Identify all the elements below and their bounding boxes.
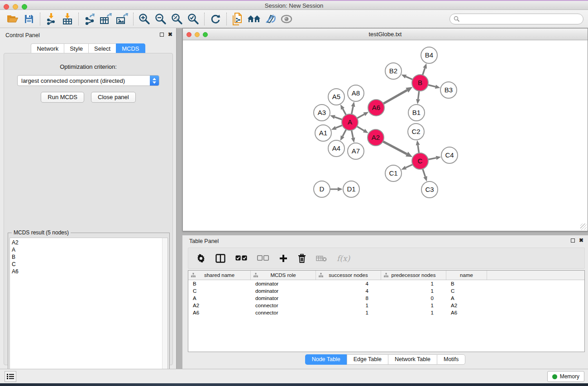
import-table-icon[interactable] [59, 12, 76, 26]
select-all-rows-icon[interactable] [235, 252, 247, 265]
zoom-in-icon[interactable] [136, 12, 153, 26]
edge-B-B3[interactable] [428, 85, 435, 86]
zoom-fit-icon[interactable] [169, 12, 185, 26]
edge-A-A6[interactable] [357, 114, 364, 118]
float-table-panel-icon[interactable] [571, 238, 575, 243]
cell-predecessor-nodes[interactable]: 1 [381, 288, 446, 294]
hide-labels-icon[interactable] [262, 12, 278, 26]
edge-A-A4[interactable] [343, 129, 346, 136]
edge-B-B2[interactable] [406, 76, 412, 80]
show-graphics-details-icon[interactable] [278, 12, 295, 26]
cell-MCDS-role[interactable]: dominator [251, 288, 316, 294]
tab-motifs[interactable]: Motifs [437, 354, 465, 365]
mcds-result-item[interactable]: A2 [10, 238, 167, 246]
network-graph[interactable]: AA1A2A3A4A5A6A7A8BB1B2B3B4CC1C2C3C4DD1 [183, 41, 587, 230]
delete-column-icon[interactable] [298, 252, 306, 265]
cell-shared-name[interactable]: C [188, 288, 251, 294]
export-image-icon[interactable] [114, 12, 130, 26]
zoom-out-icon[interactable] [153, 12, 169, 26]
cell-name[interactable]: A2 [446, 303, 487, 308]
main-titlebar[interactable]: Session: New Session [0, 1, 588, 10]
cell-name[interactable]: A [446, 295, 487, 301]
close-panel-icon[interactable]: ✖ [168, 32, 172, 37]
run-mcds-button[interactable]: Run MCDS [41, 92, 84, 103]
save-session-icon[interactable] [21, 12, 37, 26]
cell-shared-name[interactable]: B [188, 281, 251, 286]
network-view-window[interactable]: testGlobe.txt AA1A2A3A4A5A6A7A8BB1B2B3B4… [182, 28, 588, 231]
column-header-successor-nodes[interactable]: successor nodes [316, 271, 381, 280]
deselect-all-rows-icon[interactable] [257, 252, 269, 265]
cell-shared-name[interactable]: A6 [188, 310, 251, 315]
edge-C-C1[interactable] [406, 164, 412, 167]
cell-shared-name[interactable]: A [188, 295, 251, 301]
memory-button[interactable]: Memory [547, 371, 584, 382]
tab-network-table[interactable]: Network Table [388, 354, 437, 365]
cell-successor-nodes[interactable]: 4 [316, 288, 381, 294]
dropdown-stepper-icon[interactable] [150, 76, 159, 86]
cell-predecessor-nodes[interactable]: 0 [381, 295, 446, 301]
cell-name[interactable]: B [446, 281, 487, 286]
mcds-result-item[interactable]: A6 [10, 268, 167, 275]
close-table-panel-icon[interactable]: ✖ [579, 238, 583, 243]
cell-MCDS-role[interactable]: connector [251, 303, 316, 308]
cell-shared-name[interactable]: A2 [188, 303, 251, 308]
mcds-result-item[interactable]: B [10, 253, 167, 261]
node-table[interactable]: shared nameMCDS rolesuccessor nodesprede… [188, 270, 585, 352]
search-field[interactable] [449, 14, 583, 24]
cell-MCDS-role[interactable]: dominator [251, 295, 316, 301]
open-file-icon[interactable] [5, 12, 21, 26]
scrollbar-track[interactable] [162, 238, 167, 383]
table-row[interactable]: Adominator80A [188, 295, 584, 302]
mcds-result-item[interactable]: A [10, 246, 167, 253]
column-header-shared-name[interactable]: shared name [188, 271, 251, 280]
export-table-icon[interactable] [98, 12, 114, 26]
criterion-dropdown[interactable]: largest connected component (directed) [17, 75, 159, 86]
cell-successor-nodes[interactable]: 8 [316, 295, 381, 301]
cell-successor-nodes[interactable]: 4 [316, 281, 381, 286]
network-window-titlebar[interactable]: testGlobe.txt [183, 29, 588, 40]
edge-A-A7[interactable] [352, 130, 353, 138]
table-row[interactable]: A2connector11A2 [188, 302, 584, 309]
tab-node-table[interactable]: Node Table [305, 354, 347, 365]
cell-predecessor-nodes[interactable]: 1 [381, 281, 446, 286]
edge-B-B1[interactable] [418, 91, 419, 99]
zoom-selected-icon[interactable] [185, 12, 201, 26]
edge-C-C2[interactable] [418, 145, 419, 153]
mcds-result-item[interactable]: C [10, 261, 167, 268]
column-header-predecessor-nodes[interactable]: predecessor nodes [381, 271, 446, 280]
edge-B-B4[interactable] [423, 68, 425, 75]
cell-name[interactable]: A6 [446, 310, 487, 315]
column-header-MCDS-role[interactable]: MCDS role [251, 271, 316, 280]
edge-A-A5[interactable] [343, 109, 346, 115]
refresh-icon[interactable] [207, 12, 224, 26]
cell-MCDS-role[interactable]: connector [251, 310, 316, 315]
float-panel-icon[interactable] [160, 33, 164, 37]
import-network-icon[interactable] [43, 12, 59, 26]
cell-name[interactable]: C [446, 288, 487, 294]
table-settings-gear-icon[interactable] [196, 252, 206, 265]
mcds-result-list[interactable]: A2ABCA6 [10, 238, 168, 384]
edge-C-C4[interactable] [428, 158, 436, 160]
table-row[interactable]: Bdominator41B [188, 280, 584, 287]
network-canvas[interactable]: AA1A2A3A4A5A6A7A8BB1B2B3B4CC1C2C3C4DD1 [183, 41, 587, 230]
new-session-from-network-icon[interactable] [229, 12, 246, 26]
search-input[interactable] [460, 14, 583, 24]
cell-predecessor-nodes[interactable]: 1 [381, 310, 446, 315]
show-columns-icon[interactable] [215, 252, 225, 265]
add-column-icon[interactable] [279, 252, 288, 265]
edge-A2-C[interactable] [383, 141, 407, 154]
resize-grip-icon[interactable] [580, 224, 587, 230]
cell-successor-nodes[interactable]: 1 [316, 303, 381, 308]
cell-predecessor-nodes[interactable]: 1 [381, 303, 446, 308]
edge-A6-B[interactable] [383, 90, 407, 104]
edge-A-A8[interactable] [352, 106, 353, 114]
edge-C-C3[interactable] [423, 169, 425, 176]
show-panels-list-button[interactable] [5, 371, 16, 382]
table-row[interactable]: A6connector11A6 [188, 309, 584, 316]
table-row[interactable]: Cdominator41C [188, 287, 584, 295]
tab-edge-table[interactable]: Edge Table [347, 354, 388, 365]
export-network-icon[interactable] [81, 12, 98, 26]
cell-MCDS-role[interactable]: dominator [251, 281, 316, 286]
edge-A-A2[interactable] [357, 126, 364, 130]
home-icon[interactable] [246, 12, 262, 26]
